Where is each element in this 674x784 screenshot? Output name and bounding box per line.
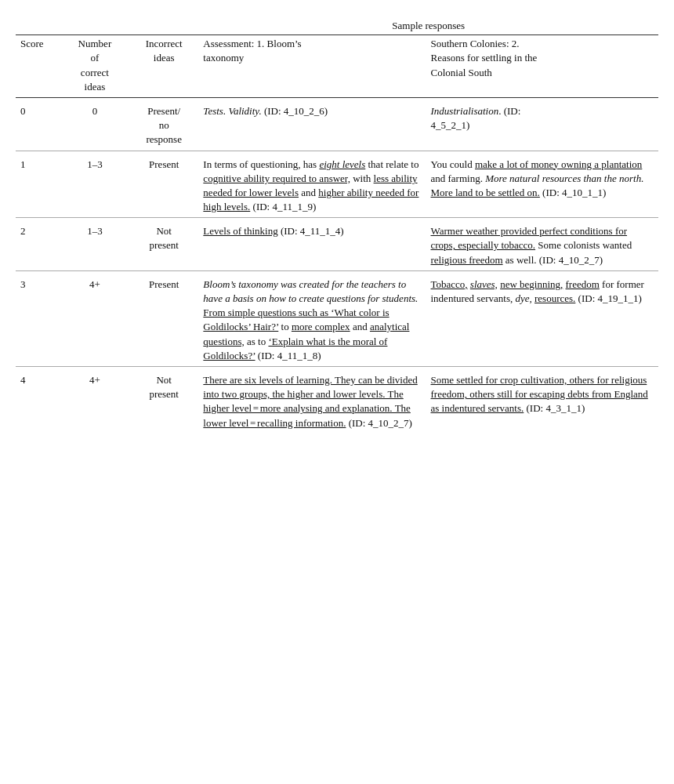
col-bloom-line2: taxonomy <box>203 52 244 64</box>
col-incorrect-label: Incorrect ideas <box>129 35 198 98</box>
southern-colonies-cell: Tobacco, slaves, new beginning, freedom … <box>426 270 659 366</box>
southern-colonies-cell: You could make a lot of money owning a p… <box>426 151 659 218</box>
col-incorrect-line2: ideas <box>154 52 175 64</box>
correct-ideas-cell: 1–3 <box>60 151 129 218</box>
col-correct-label: Number of correct ideas <box>60 35 129 98</box>
col-correct-line2: of <box>90 52 99 64</box>
col-correct-line1: Number <box>78 38 112 49</box>
score-cell: 2 <box>16 218 60 271</box>
incorrect-ideas-cell: Present <box>129 151 198 218</box>
scoring-table: Sample responses Score Number of correct… <box>16 16 658 434</box>
scoring-table-container: Sample responses Score Number of correct… <box>16 16 658 434</box>
table-header-bottom: Score Number of correct ideas Incorrect … <box>16 35 658 98</box>
col-incorrect-header-empty <box>129 16 198 35</box>
correct-ideas-cell: 4+ <box>60 366 129 433</box>
table-row: 00Present/ no responseTests. Validity. (… <box>16 97 658 151</box>
col-correct-header-empty <box>60 16 129 35</box>
table-header-top: Sample responses <box>16 16 658 35</box>
col-incorrect-line1: Incorrect <box>146 38 183 49</box>
col-southern-label: Southern Colonies: 2. Reasons for settli… <box>426 35 659 98</box>
sample-responses-header: Sample responses <box>198 16 658 35</box>
southern-colonies-cell: Warmer weather provided perfect conditio… <box>426 218 659 271</box>
col-correct-line4: ideas <box>85 81 106 93</box>
col-score-header-empty <box>16 16 60 35</box>
bloom-taxonomy-cell: There are six levels of learning. They c… <box>198 366 426 433</box>
correct-ideas-cell: 4+ <box>60 270 129 366</box>
table-row: 11–3PresentIn terms of questioning, has … <box>16 151 658 218</box>
correct-ideas-cell: 1–3 <box>60 218 129 271</box>
table-row: 21–3Not presentLevels of thinking (ID: 4… <box>16 218 658 271</box>
table-row: 34+PresentBloom’s taxonomy was created f… <box>16 270 658 366</box>
score-cell: 3 <box>16 270 60 366</box>
col-correct-line3: correct <box>81 67 109 78</box>
incorrect-ideas-cell: Present/ no response <box>129 97 198 151</box>
col-bloom-label: Assessment: 1. Bloom’s taxonomy <box>198 35 426 98</box>
col-southern-line3: Colonial South <box>431 67 492 78</box>
col-score-label: Score <box>16 35 60 98</box>
incorrect-ideas-cell: Present <box>129 270 198 366</box>
col-southern-line2: Reasons for settling in the <box>431 52 538 64</box>
bloom-taxonomy-cell: Levels of thinking (ID: 4_11_1_4) <box>198 218 426 271</box>
table-row: 44+Not presentThere are six levels of le… <box>16 366 658 433</box>
score-cell: 0 <box>16 97 60 151</box>
score-cell: 4 <box>16 366 60 433</box>
incorrect-ideas-cell: Not present <box>129 218 198 271</box>
bloom-taxonomy-cell: In terms of questioning, has eight level… <box>198 151 426 218</box>
bloom-taxonomy-cell: Tests. Validity. (ID: 4_10_2_6) <box>198 97 426 151</box>
correct-ideas-cell: 0 <box>60 97 129 151</box>
southern-colonies-cell: Some settled for crop cultivation, other… <box>426 366 659 433</box>
col-southern-line1: Southern Colonies: 2. <box>431 38 520 49</box>
bloom-taxonomy-cell: Bloom’s taxonomy was created for the tea… <box>198 270 426 366</box>
col-bloom-line1: Assessment: 1. Bloom’s <box>203 38 301 49</box>
incorrect-ideas-cell: Not present <box>129 366 198 433</box>
southern-colonies-cell: Industrialisation. (ID: 4_5_2_1) <box>426 97 659 151</box>
score-cell: 1 <box>16 151 60 218</box>
